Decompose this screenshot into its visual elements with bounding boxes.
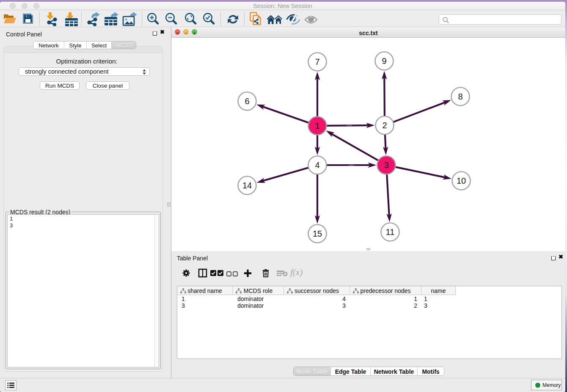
svg-text:6: 6 [245, 97, 249, 106]
svg-text:8: 8 [458, 92, 462, 101]
svg-text:11: 11 [386, 227, 395, 237]
svg-text:4: 4 [315, 160, 319, 170]
svg-text:3: 3 [384, 160, 388, 170]
svg-text:15: 15 [313, 229, 322, 238]
svg-text:1: 1 [315, 121, 319, 130]
svg-text:14: 14 [242, 181, 252, 190]
svg-text:10: 10 [457, 176, 466, 185]
svg-text:9: 9 [382, 56, 386, 66]
svg-text:7: 7 [315, 57, 319, 66]
svg-text:2: 2 [382, 121, 387, 130]
